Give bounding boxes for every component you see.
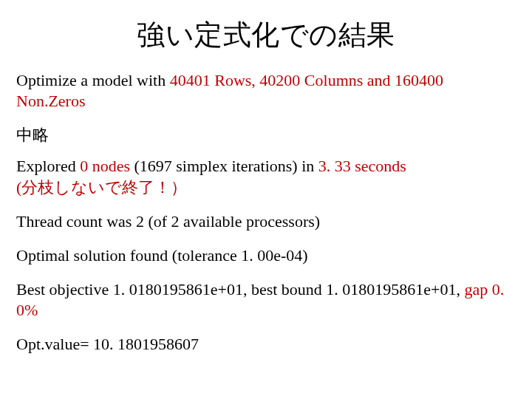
text-highlight: 0 nodes — [80, 157, 134, 175]
line-optimal-solution: Optimal solution found (tolerance 1. 00e… — [16, 245, 516, 266]
line-best-objective: Best objective 1. 0180195861e+01, best b… — [16, 279, 516, 321]
slide-body: Optimize a model with 40401 Rows, 40200 … — [16, 70, 516, 355]
text-segment: (1697 simplex iterations) in — [134, 157, 318, 175]
text-segment: Explored — [16, 157, 80, 175]
line-thread-count: Thread count was 2 (of 2 available proce… — [16, 211, 516, 232]
text-segment: Optimize a model with — [16, 71, 170, 89]
text-highlight: 3. 33 seconds — [318, 157, 406, 175]
text-highlight: (分枝しないで終了！） — [16, 178, 187, 197]
slide: 強い定式化での結果 Optimize a model with 40401 Ro… — [0, 0, 532, 399]
text-segment: Best objective 1. 0180195861e+01, best b… — [16, 280, 465, 299]
line-optimize-model: Optimize a model with 40401 Rows, 40200 … — [16, 70, 516, 112]
slide-title: 強い定式化での結果 — [16, 16, 516, 54]
line-omitted: 中略 — [16, 125, 516, 146]
line-opt-value: Opt.value= 10. 1801958607 — [16, 334, 516, 355]
line-explored-nodes: Explored 0 nodes (1697 simplex iteration… — [16, 156, 516, 197]
